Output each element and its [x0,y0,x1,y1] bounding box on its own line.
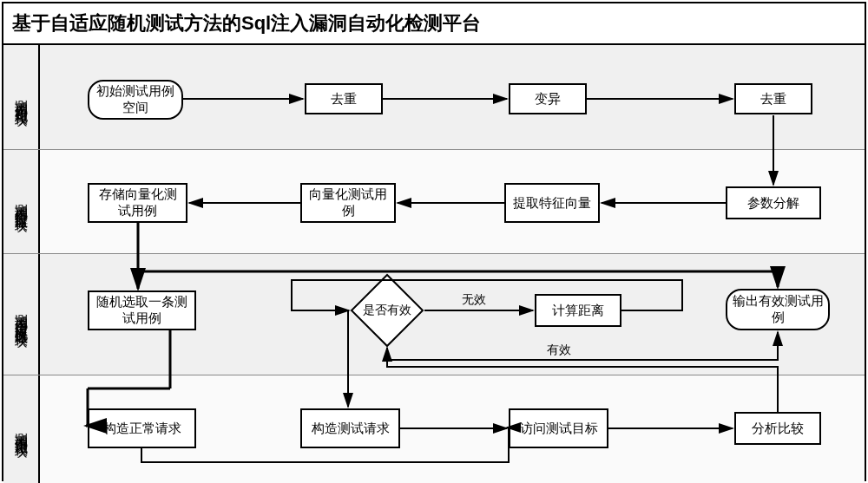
node-build-normal: 构造正常请求 [88,408,196,448]
node-analyze: 分析比较 [734,412,821,445]
node-valid-decision: 是否有效 [361,284,413,336]
lane-label-test: 测试用例测试模块 [3,375,40,483]
node-dedup1: 去重 [305,83,383,114]
edge-label-valid: 有效 [547,343,571,358]
lane-label-feature: 测试用例特征提取模块 [3,150,40,253]
lane-label-adaptive: 测试用例自适应随机选取模块 [3,254,40,375]
node-init-space: 初始测试用例空间 [88,80,183,120]
lane-feature: 测试用例特征提取模块 存储向量化测试用例 向量化测试用例 提取特征向量 参数分解 [3,149,865,253]
node-rand-pick: 随机选取一条测试用例 [88,290,196,330]
diagram-title: 基于自适应随机测试方法的Sql注入漏洞自动化检测平台 [3,3,865,45]
node-store-vec: 存储向量化测试用例 [88,183,187,223]
node-mutate: 变异 [509,83,587,114]
lane-test: 测试用例测试模块 构造正常请求 构造测试请求 访问测试目标 分析比较 [3,375,865,483]
node-output: 输出有效测试用例 [726,289,830,330]
node-access: 访问测试目标 [509,408,608,448]
lane-adaptive: 测试用例自适应随机选取模块 随机选取一条测试用例 是否有效 计算距离 输出有效测… [3,253,865,375]
node-vec-case: 向量化测试用例 [300,183,396,223]
node-dedup2: 去重 [734,83,812,114]
edge-label-invalid: 无效 [462,292,486,308]
node-calc-dist: 计算距离 [535,294,621,327]
node-build-test: 构造测试请求 [300,408,400,448]
lane-area: 测试用例初始化模块 初始测试用例空间 去重 变异 去重 测试用例特征提取模块 存… [3,45,865,483]
lane-init: 测试用例初始化模块 初始测试用例空间 去重 变异 去重 [3,45,865,149]
lane-label-init: 测试用例初始化模块 [3,45,40,149]
node-param-decomp: 参数分解 [726,186,821,219]
diagram-container: 基于自适应随机测试方法的Sql注入漏洞自动化检测平台 测试用例初始化模块 初始测… [2,2,866,481]
node-extract-feat: 提取特征向量 [504,183,600,223]
